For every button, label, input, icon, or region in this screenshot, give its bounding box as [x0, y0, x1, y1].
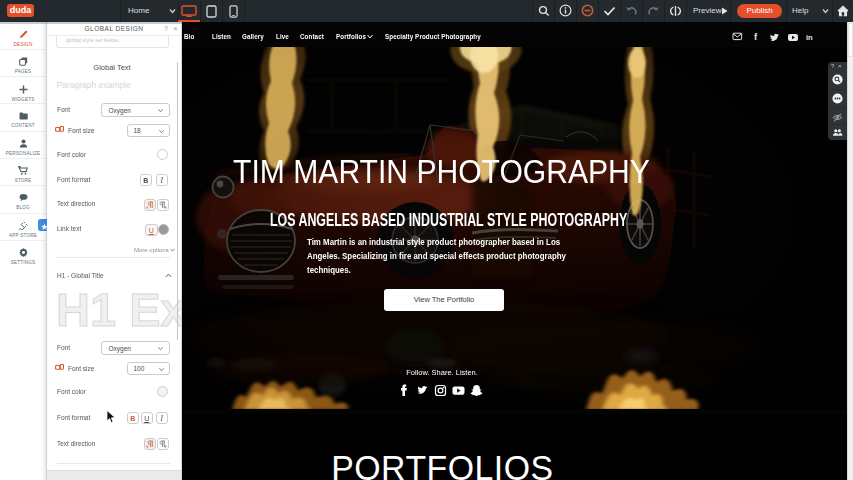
svg-text:f: f — [754, 31, 758, 42]
svg-text:in: in — [806, 33, 813, 42]
